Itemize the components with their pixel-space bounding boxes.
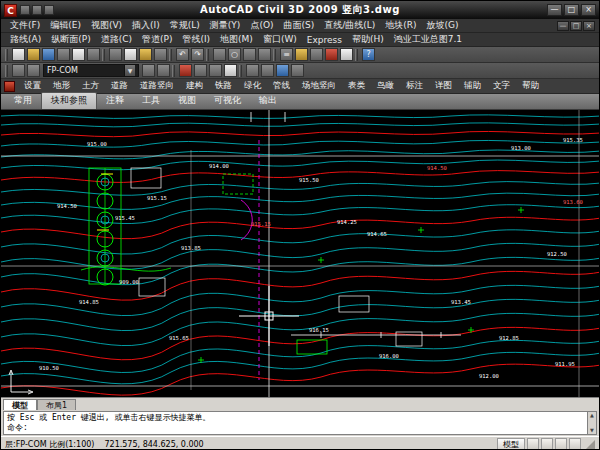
menu-item-parcels[interactable]: 地块(R) bbox=[380, 19, 421, 32]
toolbar-grip[interactable] bbox=[355, 49, 358, 61]
menu-item-surface[interactable]: 曲面(S) bbox=[278, 19, 319, 32]
menu-item-pipes[interactable]: 管道(P) bbox=[137, 33, 177, 46]
layer-previous-icon[interactable] bbox=[157, 64, 170, 77]
layer-combo[interactable]: FP-COM ▼ bbox=[43, 64, 139, 77]
quick-open-icon[interactable] bbox=[32, 5, 42, 15]
zoom-previous-icon[interactable] bbox=[258, 48, 271, 61]
tab-terrain[interactable]: 地形 bbox=[47, 80, 76, 92]
styles-icon[interactable] bbox=[224, 64, 237, 77]
tab-pipeline[interactable]: 管线 bbox=[267, 80, 296, 92]
copy-icon[interactable] bbox=[124, 48, 137, 61]
toolbar-grip[interactable] bbox=[5, 65, 8, 77]
tab-auxiliary[interactable]: 辅助 bbox=[458, 80, 487, 92]
color-control-icon[interactable] bbox=[179, 64, 192, 77]
annotation-scale-icon[interactable] bbox=[527, 438, 539, 450]
minimize-button[interactable]: — bbox=[547, 4, 562, 16]
model-space-toggle[interactable]: 模型 bbox=[497, 438, 525, 450]
tab-tools[interactable]: 工具 bbox=[133, 93, 169, 109]
markup-icon[interactable] bbox=[325, 48, 338, 61]
menu-item-lines-curves[interactable]: 直线/曲线(L) bbox=[319, 19, 380, 32]
menu-item-help[interactable]: 帮助(H) bbox=[347, 33, 389, 46]
toolbar-grip[interactable] bbox=[206, 49, 209, 61]
publish-icon[interactable] bbox=[87, 48, 100, 61]
designcenter-icon[interactable] bbox=[295, 48, 308, 61]
quick-new-icon[interactable] bbox=[20, 5, 30, 15]
tab-birdview[interactable]: 鸟瞰 bbox=[371, 80, 400, 92]
properties-icon[interactable]: ≡ bbox=[280, 48, 293, 61]
linetype-icon[interactable] bbox=[194, 64, 207, 77]
ucs-tool-icon[interactable] bbox=[246, 64, 259, 77]
new-file-icon[interactable] bbox=[12, 48, 25, 61]
scroll-up-icon[interactable]: ▲ bbox=[588, 412, 596, 419]
menu-item-profile[interactable]: 纵断面(P) bbox=[46, 33, 95, 46]
match-properties-icon[interactable] bbox=[154, 48, 167, 61]
menu-item-pipelines[interactable]: 管线(I) bbox=[177, 33, 215, 46]
tab-blocks-references[interactable]: 块和参照 bbox=[41, 92, 97, 109]
paste-icon[interactable] bbox=[139, 48, 152, 61]
toolbar-grip[interactable] bbox=[239, 65, 242, 77]
menu-item-general[interactable]: 常规(L) bbox=[165, 19, 205, 32]
menu-item-map[interactable]: 地图(M) bbox=[215, 33, 258, 46]
tab-tables[interactable]: 表类 bbox=[342, 80, 371, 92]
menu-item-express[interactable]: Express bbox=[302, 35, 347, 45]
drawing-canvas[interactable]: 915.00 914.50 915.15 915.45 913.85 915.1… bbox=[1, 110, 599, 397]
plot-icon[interactable] bbox=[57, 48, 70, 61]
autocad-logo-icon[interactable]: C bbox=[4, 4, 17, 17]
doc-restore-button[interactable]: □ bbox=[570, 21, 582, 31]
tab-annotation[interactable]: 标注 bbox=[400, 80, 429, 92]
tab-road-vertical[interactable]: 道路竖向 bbox=[134, 80, 180, 92]
tab-landscape[interactable]: 绿化 bbox=[238, 80, 267, 92]
doc-minimize-button[interactable]: — bbox=[557, 21, 569, 31]
open-folder-icon[interactable] bbox=[27, 48, 40, 61]
coordinates-readout[interactable]: 721.575, 844.625, 0.000 bbox=[104, 440, 203, 449]
tab-settings[interactable]: 设置 bbox=[18, 80, 47, 92]
tray-settings-icon[interactable] bbox=[569, 438, 581, 450]
tab-layout1[interactable]: 布局1 bbox=[37, 399, 76, 410]
menu-item-survey[interactable]: 测量(Y) bbox=[205, 19, 246, 32]
undo-icon[interactable]: ↶ bbox=[176, 48, 189, 61]
render-icon[interactable] bbox=[291, 64, 304, 77]
calc-icon[interactable] bbox=[340, 48, 353, 61]
zoom-window-icon[interactable] bbox=[243, 48, 256, 61]
toolbar-grip[interactable] bbox=[5, 49, 8, 61]
menu-browser-icon[interactable] bbox=[4, 81, 15, 92]
redo-icon[interactable]: ↷ bbox=[191, 48, 204, 61]
layer-states-icon[interactable] bbox=[27, 64, 40, 77]
pan-icon[interactable] bbox=[213, 48, 226, 61]
plot-preview-icon[interactable] bbox=[72, 48, 85, 61]
autoscale-icon[interactable] bbox=[555, 438, 567, 450]
scroll-down-icon[interactable]: ▼ bbox=[588, 427, 596, 434]
chevron-down-icon[interactable]: ▼ bbox=[124, 65, 135, 76]
doc-close-button[interactable]: × bbox=[583, 21, 595, 31]
annotation-visibility-icon[interactable] bbox=[541, 438, 553, 450]
toolbar-grip[interactable] bbox=[172, 65, 175, 77]
close-button[interactable]: × bbox=[581, 4, 596, 16]
lineweight-icon[interactable] bbox=[209, 64, 222, 77]
menu-item-points[interactable]: 点(O) bbox=[245, 19, 278, 32]
named-views-icon[interactable] bbox=[261, 64, 274, 77]
tab-structure[interactable]: 建构 bbox=[180, 80, 209, 92]
tab-visualize[interactable]: 可视化 bbox=[205, 93, 250, 109]
command-prompt-line[interactable]: 命令: bbox=[7, 423, 586, 433]
toolbar-grip[interactable] bbox=[169, 49, 172, 61]
menu-item-hongye-plugin[interactable]: 鸿业工业总图7.1 bbox=[389, 33, 467, 46]
toolbar-grip[interactable] bbox=[102, 49, 105, 61]
restore-button[interactable]: □ bbox=[564, 4, 579, 16]
menu-item-corridor[interactable]: 道路(C) bbox=[96, 33, 137, 46]
tab-model[interactable]: 模型 bbox=[3, 399, 37, 410]
toolbar-grip[interactable] bbox=[273, 49, 276, 61]
resize-grip[interactable] bbox=[586, 440, 595, 449]
save-icon[interactable] bbox=[42, 48, 55, 61]
tab-text[interactable]: 文字 bbox=[487, 80, 516, 92]
menu-item-view[interactable]: 视图(V) bbox=[86, 19, 127, 32]
menu-item-window[interactable]: 窗口(W) bbox=[258, 33, 302, 46]
tab-view[interactable]: 视图 bbox=[169, 93, 205, 109]
tab-home[interactable]: 常用 bbox=[5, 93, 41, 109]
tab-output[interactable]: 输出 bbox=[250, 93, 286, 109]
menu-item-insert[interactable]: 插入(I) bbox=[127, 19, 165, 32]
command-text-area[interactable]: 按 Esc 或 Enter 键退出, 或单击右键显示快捷菜单。 命令: ▲ ▼ bbox=[3, 411, 597, 435]
tab-annotate[interactable]: 注释 bbox=[97, 93, 133, 109]
tab-site-vertical[interactable]: 场地竖向 bbox=[296, 80, 342, 92]
zoom-realtime-icon[interactable]: ○ bbox=[228, 48, 241, 61]
tab-railway[interactable]: 铁路 bbox=[209, 80, 238, 92]
